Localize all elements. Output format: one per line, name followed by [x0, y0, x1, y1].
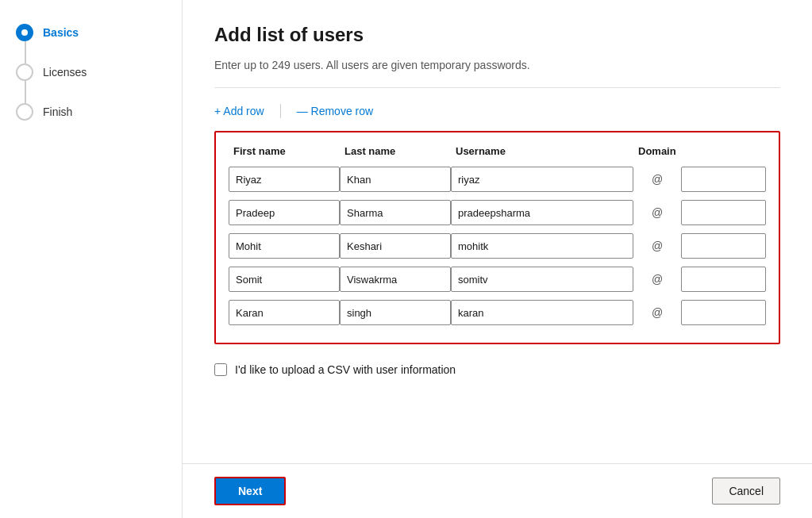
- step-connector-2: [25, 81, 26, 103]
- toolbar-separator: [280, 104, 281, 118]
- lastname-input-1[interactable]: [340, 200, 451, 225]
- footer: Next Cancel: [183, 463, 812, 518]
- firstname-input-3[interactable]: [229, 267, 340, 292]
- at-symbol-4: @: [633, 306, 681, 319]
- username-input-4[interactable]: [451, 300, 633, 325]
- step-finish[interactable]: Finish: [16, 103, 166, 121]
- username-input-0[interactable]: [451, 167, 633, 192]
- table-row: @: [229, 167, 766, 192]
- user-table-wrapper: First name Last name Username Domain @ @: [214, 131, 780, 344]
- lastname-input-2[interactable]: [340, 233, 451, 259]
- sidebar: Basics Licenses Finish: [0, 0, 183, 518]
- step-connector-1: [25, 41, 26, 63]
- col-header-domain: Domain: [633, 142, 681, 160]
- csv-checkbox[interactable]: [214, 363, 227, 376]
- domain-select-0[interactable]: [681, 167, 766, 192]
- table-row: @: [229, 200, 766, 225]
- username-input-3[interactable]: [451, 267, 633, 292]
- csv-section: I'd like to upload a CSV with user infor…: [214, 363, 780, 376]
- page-title: Add list of users: [214, 24, 780, 46]
- add-row-button[interactable]: + Add row: [214, 105, 264, 117]
- step-label-licenses: Licenses: [43, 66, 87, 79]
- col-header-domain-value: [681, 142, 766, 160]
- lastname-input-4[interactable]: [340, 300, 451, 325]
- username-input-2[interactable]: [451, 233, 633, 259]
- step-label-finish: Finish: [43, 106, 72, 118]
- domain-select-2[interactable]: [681, 233, 766, 259]
- step-circle-finish: [16, 103, 33, 121]
- domain-select-1[interactable]: [681, 200, 766, 225]
- table-row: @: [229, 300, 766, 325]
- firstname-input-2[interactable]: [229, 233, 340, 259]
- at-symbol-1: @: [633, 206, 681, 219]
- remove-row-button[interactable]: — Remove row: [297, 105, 373, 117]
- step-label-basics: Basics: [43, 26, 79, 39]
- at-symbol-2: @: [633, 240, 681, 252]
- firstname-input-4[interactable]: [229, 300, 340, 325]
- divider: [214, 87, 780, 88]
- table-row: @: [229, 233, 766, 259]
- firstname-input-0[interactable]: [229, 167, 340, 192]
- step-basics[interactable]: Basics: [16, 24, 166, 41]
- lastname-input-3[interactable]: [340, 267, 451, 292]
- step-circle-licenses: [16, 63, 33, 81]
- lastname-input-0[interactable]: [340, 167, 451, 192]
- domain-select-4[interactable]: [681, 300, 766, 325]
- next-button[interactable]: Next: [214, 477, 286, 505]
- domain-select-3[interactable]: [681, 267, 766, 292]
- cancel-button[interactable]: Cancel: [712, 478, 780, 505]
- col-header-username: Username: [451, 142, 633, 160]
- col-header-firstname: First name: [229, 142, 340, 160]
- at-symbol-3: @: [633, 273, 681, 286]
- csv-label[interactable]: I'd like to upload a CSV with user infor…: [235, 363, 456, 376]
- step-circle-basics: [16, 24, 33, 41]
- step-licenses[interactable]: Licenses: [16, 63, 166, 81]
- col-header-lastname: Last name: [340, 142, 451, 160]
- subtitle: Enter up to 249 users. All users are giv…: [214, 59, 780, 71]
- main-content: Add list of users Enter up to 249 users.…: [183, 0, 812, 518]
- firstname-input-1[interactable]: [229, 200, 340, 225]
- at-symbol-0: @: [633, 173, 681, 186]
- toolbar: + Add row — Remove row: [214, 104, 780, 118]
- table-row: @: [229, 267, 766, 292]
- table-header: First name Last name Username Domain: [229, 142, 766, 160]
- username-input-1[interactable]: [451, 200, 633, 225]
